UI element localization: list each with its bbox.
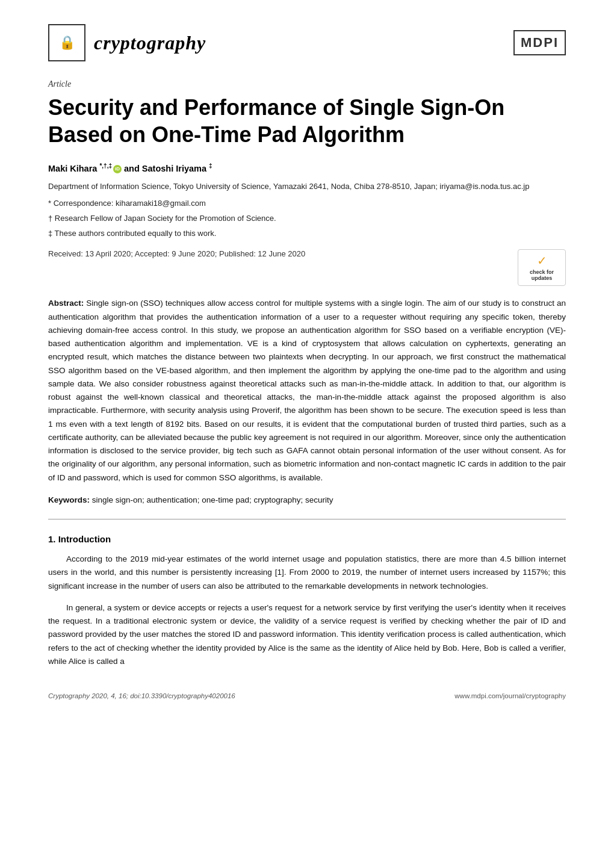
section-1-para-1: According to the 2019 mid-year estimates… xyxy=(48,553,566,593)
received-line: Received: 13 April 2020; Accepted: 9 Jun… xyxy=(48,249,566,287)
footer-url: www.mdpi.com/journal/cryptography xyxy=(454,692,566,699)
check-updates-badge[interactable]: ✓ check forupdates xyxy=(518,249,566,287)
article-title: Security and Performance of Single Sign-… xyxy=(48,94,566,148)
authors-line: Maki Kihara *,†,‡iD and Satoshi Iriyama … xyxy=(48,163,566,173)
keywords-label: Keywords: xyxy=(48,495,90,504)
check-updates-icon: ✓ xyxy=(537,253,547,268)
journal-title: cryptography xyxy=(94,32,206,54)
mdpi-logo: MDPI xyxy=(513,30,566,55)
affiliation-note-2: † Research Fellow of Japan Society for t… xyxy=(48,211,566,225)
affiliation-note-1: * Correspondence: kiharamaki18@gmail.com xyxy=(48,196,566,210)
section-1-para-2: In general, a system or device accepts o… xyxy=(48,601,566,668)
orcid-icon: iD xyxy=(113,165,122,173)
received-dates: Received: 13 April 2020; Accepted: 9 Jun… xyxy=(48,249,506,258)
page-header: 🔒 cryptography MDPI xyxy=(48,24,566,61)
article-type: Article xyxy=(48,79,566,89)
abstract-block: Abstract: Single sign-on (SSO) technique… xyxy=(48,297,566,485)
journal-logo-icon: 🔒 xyxy=(48,24,85,61)
affiliation-notes: * Correspondence: kiharamaki18@gmail.com… xyxy=(48,196,566,241)
page-footer: Cryptography 2020, 4, 16; doi:10.3390/cr… xyxy=(48,692,566,699)
section-divider xyxy=(48,519,566,519)
affiliation-main: Department of Information Science, Tokyo… xyxy=(48,181,566,193)
section-1-heading: 1. Introduction xyxy=(48,534,566,544)
abstract-text: Single sign-on (SSO) techniques allow ac… xyxy=(48,299,566,482)
abstract-label: Abstract: xyxy=(48,299,84,308)
journal-branding: 🔒 cryptography xyxy=(48,24,206,61)
check-updates-label: check forupdates xyxy=(530,269,554,282)
footer-doi: Cryptography 2020, 4, 16; doi:10.3390/cr… xyxy=(48,692,235,699)
affiliation-note-3: ‡ These authors contributed equally to t… xyxy=(48,226,566,240)
keywords-text: single sign-on; authentication; one-time… xyxy=(92,495,333,504)
author-names: Maki Kihara *,†,‡iD and Satoshi Iriyama … xyxy=(48,164,212,173)
keywords-block: Keywords: single sign-on; authentication… xyxy=(48,495,566,504)
